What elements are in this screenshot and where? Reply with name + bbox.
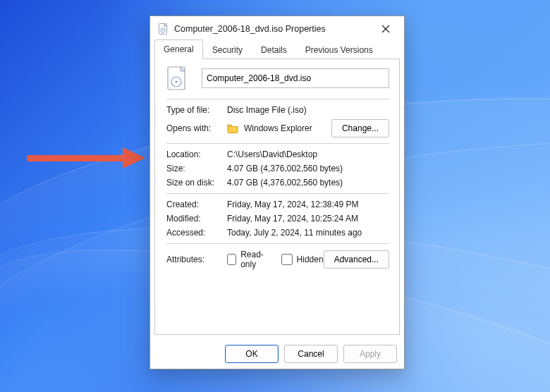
value-size-on-disk: 4.07 GB (4,376,002,560 bytes) [227,178,389,188]
label-modified: Modified: [166,214,227,223]
separator [166,193,389,194]
close-icon [381,25,390,33]
properties-dialog: Computer_2006-18_dvd.iso Properties Gene… [149,16,405,369]
titlebar: Computer_2006-18_dvd.iso Properties [150,16,404,39]
svg-point-11 [175,80,177,82]
svg-rect-0 [27,155,126,161]
svg-point-5 [162,30,164,31]
advanced-button[interactable]: Advanced... [324,250,389,269]
tab-general[interactable]: General [154,39,203,59]
checkbox-icon [227,254,236,265]
cancel-button[interactable]: Cancel [284,345,338,363]
tab-strip: General Security Details Previous Versio… [154,39,400,59]
readonly-checkbox[interactable]: Read-only [227,250,271,269]
close-button[interactable] [373,20,398,37]
filename-input[interactable] [202,68,389,88]
value-location: C:\Users\David\Desktop [227,149,389,159]
readonly-label: Read-only [240,250,271,269]
annotation-arrow [27,147,145,169]
value-opens-with: Windows Explorer [244,123,312,133]
change-button[interactable]: Change... [331,119,389,137]
value-type-of-file: Disc Image File (.iso) [227,105,389,115]
disc-image-file-icon [157,23,169,35]
hidden-label: Hidden [297,255,324,264]
label-type-of-file: Type of file: [166,105,227,115]
apply-button[interactable]: Apply [343,345,397,363]
tab-content-general: Type of file: Disc Image File (.iso) Ope… [154,59,400,335]
checkbox-icon [281,254,293,265]
ok-button[interactable]: OK [225,345,279,363]
value-accessed: Today, July 2, 2024, 11 minutes ago [227,228,389,238]
value-modified: Friday, May 17, 2024, 10:25:24 AM [227,214,389,223]
tab-details[interactable]: Details [252,40,296,59]
separator [166,243,389,244]
tab-previous-versions[interactable]: Previous Versions [296,40,382,59]
label-opens-with: Opens with: [166,123,227,133]
value-size: 4.07 GB (4,376,002,560 bytes) [227,164,389,173]
value-created: Friday, May 17, 2024, 12:38:49 PM [227,200,389,209]
svg-marker-1 [123,147,145,169]
folder-icon [227,123,238,133]
label-created: Created: [166,200,227,209]
separator [166,143,389,144]
hidden-checkbox[interactable]: Hidden [281,254,324,265]
label-size: Size: [166,164,227,173]
label-size-on-disk: Size on disk: [166,178,227,188]
label-accessed: Accessed: [166,228,227,238]
svg-rect-12 [228,125,231,126]
dialog-button-bar: OK Cancel Apply [150,339,404,369]
label-attributes: Attributes: [166,255,227,264]
tab-security[interactable]: Security [203,40,252,59]
window-title: Computer_2006-18_dvd.iso Properties [174,24,367,34]
label-location: Location: [166,149,227,159]
disc-image-file-icon [166,66,188,90]
separator [166,99,389,99]
